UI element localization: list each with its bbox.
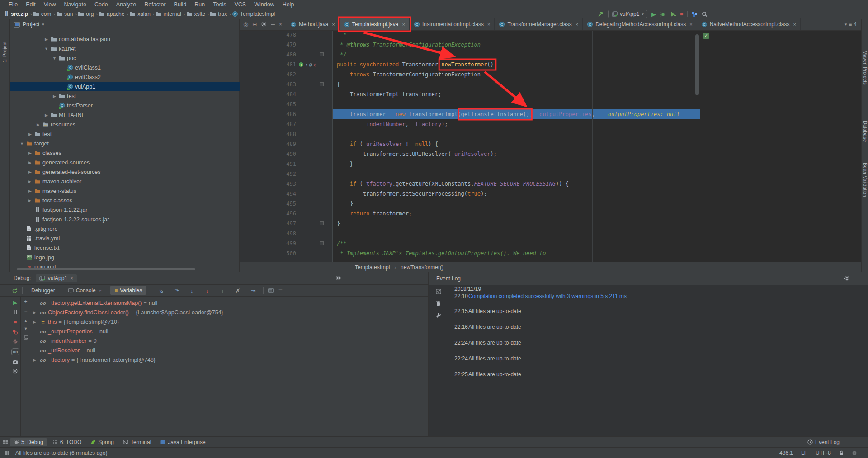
variable-row-tfactory-getexternalextensionsmap[interactable]: oo_tfactory.getExternalExtensionsMap()=n… — [32, 299, 157, 308]
code-line-500[interactable]: * Implements JAXP's Templates.getOutputP… — [333, 248, 700, 258]
breadcrumb-class[interactable]: TemplatesImpl — [355, 264, 390, 271]
gutter-line-487[interactable]: 487 — [240, 119, 333, 129]
code-line-482[interactable]: throws TransformerConfigurationException — [333, 70, 700, 79]
run-configuration-selector[interactable]: vulApp1▾ — [608, 10, 647, 18]
fold-marker[interactable] — [320, 241, 324, 245]
chevron-down-icon[interactable]: ▾ — [42, 22, 44, 27]
variable-row-outputproperties[interactable]: oo_outputProperties=null — [32, 327, 108, 336]
variable-row-objectfactory-findclassloader[interactable]: ▶ooObjectFactory.findClassLoader()={Laun… — [32, 308, 223, 317]
tree-item-poc[interactable]: ▼poc — [10, 53, 240, 63]
gutter-line-479[interactable]: 479 — [240, 40, 333, 50]
tree-expand-icon[interactable]: ▶ — [27, 132, 33, 136]
tree-expand-icon[interactable]: ▶ — [27, 170, 33, 174]
tree-item-testparser[interactable]: CtestParser — [10, 101, 240, 110]
gutter-line-484[interactable]: 484 — [240, 89, 333, 99]
method-breakpoint-icon[interactable]: ◇ — [314, 62, 317, 68]
status-message[interactable]: All files are up-to-date (6 minutes ago) — [15, 450, 107, 456]
duplicate-icon[interactable] — [24, 335, 28, 340]
gutter-line-499[interactable]: 499 — [240, 238, 333, 248]
fold-marker[interactable] — [320, 82, 324, 86]
implementing-arrow-icon[interactable]: ↑ — [305, 62, 308, 67]
tab-instrumentationimpl-class[interactable]: CInstrumentationImpl.class× — [410, 18, 495, 30]
menu-item-refactor[interactable]: Refactor — [140, 1, 170, 8]
run-to-cursor-icon[interactable]: ⇥ — [248, 287, 259, 294]
close-icon[interactable]: × — [487, 22, 490, 27]
toolwindow-switcher-icon[interactable] — [3, 439, 8, 445]
debug-view-tab-variables[interactable]: ≡Variables — [110, 286, 146, 295]
sidebar-item-bean-validation[interactable]: Bean Validation — [863, 163, 868, 197]
sidebar-item-maven-projects[interactable]: Maven Projects — [863, 51, 868, 85]
breadcrumb-sun[interactable]: sun — [56, 11, 73, 17]
inspection-status-icon[interactable]: ✓ — [703, 33, 709, 39]
gutter-line-491[interactable]: 491 — [240, 159, 333, 169]
hide-icon[interactable]: ─ — [271, 21, 275, 28]
tree-item-ka1n4t[interactable]: ▼ka1n4t — [10, 44, 240, 53]
variable-row-tfactory[interactable]: ▶oo_tfactory={TransformerFactoryImpl@748… — [32, 355, 156, 365]
debug-icon[interactable] — [660, 11, 666, 17]
gutter-line-478[interactable]: 478 — [240, 31, 333, 40]
tree-item-license-txt[interactable]: license.txt — [10, 243, 240, 252]
hector-icon[interactable] — [852, 450, 857, 456]
code-line-478[interactable]: * — [333, 31, 700, 40]
locate-icon[interactable]: ◎ — [243, 21, 248, 28]
code-line-492[interactable] — [333, 169, 700, 179]
breadcrumb-internal[interactable]: internal — [155, 11, 181, 17]
tree-item-logo-jpg[interactable]: logo.jpg — [10, 252, 240, 262]
menu-item-navigate[interactable]: Navigate — [60, 1, 90, 8]
tree-item-com-alibaba-fastjson[interactable]: ▶com.alibaba.fastjson — [10, 34, 240, 44]
gutter-line-498[interactable]: 498 — [240, 229, 333, 238]
search-icon[interactable] — [702, 11, 708, 17]
tree-item-maven-archiver[interactable]: ▶maven-archiver — [10, 177, 240, 186]
coverage-icon[interactable] — [670, 11, 676, 17]
mark-read-icon[interactable] — [436, 289, 441, 294]
tree-item-generated-sources[interactable]: ▶generated-sources — [10, 158, 240, 167]
gutter-line-481[interactable]: 481I↑@◇ — [240, 60, 333, 70]
variable-row-this[interactable]: ▶≡this={TemplatesImpl@710} — [32, 318, 119, 327]
tab-delegatingmethodaccessorimpl-class[interactable]: CDelegatingMethodAccessorImpl.class× — [583, 18, 697, 30]
gutter-line-495[interactable]: 495 — [240, 199, 333, 209]
view-breakpoints-icon[interactable] — [12, 329, 18, 335]
gutter-line-490[interactable]: 490 — [240, 149, 333, 159]
close-icon[interactable]: × — [689, 22, 692, 27]
lock-icon[interactable] — [839, 450, 844, 456]
code-line-498[interactable] — [333, 229, 700, 238]
tree-item-test[interactable]: ▶test — [10, 91, 240, 101]
tree-item-fastjson-1-2-22-jar[interactable]: fastjson-1.2.22.jar — [10, 205, 240, 215]
expand-icon[interactable]: ▶ — [32, 320, 38, 324]
step-into-icon[interactable]: ↓ — [186, 287, 197, 294]
code-line-494[interactable]: transformer.setSecureProcessing(true); — [333, 189, 700, 199]
debug-view-tab-debugger[interactable]: Debugger — [27, 286, 59, 295]
stop-icon[interactable]: ■ — [680, 11, 683, 17]
debug-session-tab[interactable]: vulApp1 × — [36, 274, 77, 282]
close-icon[interactable]: × — [576, 22, 578, 27]
remove-icon[interactable]: − — [24, 308, 27, 315]
resume-icon[interactable]: ▶ — [13, 299, 17, 306]
close-icon[interactable]: × — [402, 22, 405, 27]
tree-expand-icon[interactable]: ▶ — [27, 151, 33, 155]
editor-body[interactable]: 478479480481I↑@◇482483484485486487488489… — [240, 31, 861, 262]
breadcrumb-org[interactable]: org — [78, 11, 94, 17]
rerun-icon[interactable] — [12, 288, 18, 294]
code-line-493[interactable]: if (_tfactory.getFeature(XMLConstants.FE… — [333, 179, 700, 189]
tree-item-vulapp1[interactable]: CvulApp1 — [10, 82, 240, 91]
collapse-all-icon[interactable]: ⊟ — [252, 21, 257, 28]
code-line-484[interactable]: TransformerImpl transformer; — [333, 89, 700, 99]
close-icon[interactable]: × — [332, 22, 335, 27]
code-area[interactable]: * * @throws TransformerConfigurationExce… — [333, 31, 700, 262]
tree-item-gitignore[interactable]: .gitignore — [10, 224, 240, 234]
wrench-icon[interactable] — [436, 313, 441, 318]
add-icon[interactable]: + — [24, 299, 27, 305]
toolwindow-button-5-debug[interactable]: 5: Debug — [10, 438, 47, 446]
debug-view-tab-console[interactable]: Console↗ — [64, 286, 106, 295]
tree-expand-icon[interactable]: ▶ — [51, 94, 58, 98]
breadcrumb-src-zip[interactable]: src.zip — [4, 11, 28, 17]
tree-collapse-icon[interactable]: ▼ — [19, 141, 25, 146]
code-line-499[interactable]: /** — [333, 238, 700, 248]
menu-item-analyze[interactable]: Analyze — [112, 1, 140, 8]
tree-item-fastjson-1-2-22-sources-jar[interactable]: fastjson-1.2.22-sources.jar — [10, 215, 240, 224]
event-link[interactable]: Compilation completed successfully with … — [468, 293, 627, 299]
tree-expand-icon[interactable]: ▶ — [43, 37, 50, 42]
breadcrumb-xsltc[interactable]: xsltc — [186, 11, 205, 17]
gutter-line-486[interactable]: 486 — [240, 109, 333, 119]
gutter-line-494[interactable]: 494 — [240, 189, 333, 199]
